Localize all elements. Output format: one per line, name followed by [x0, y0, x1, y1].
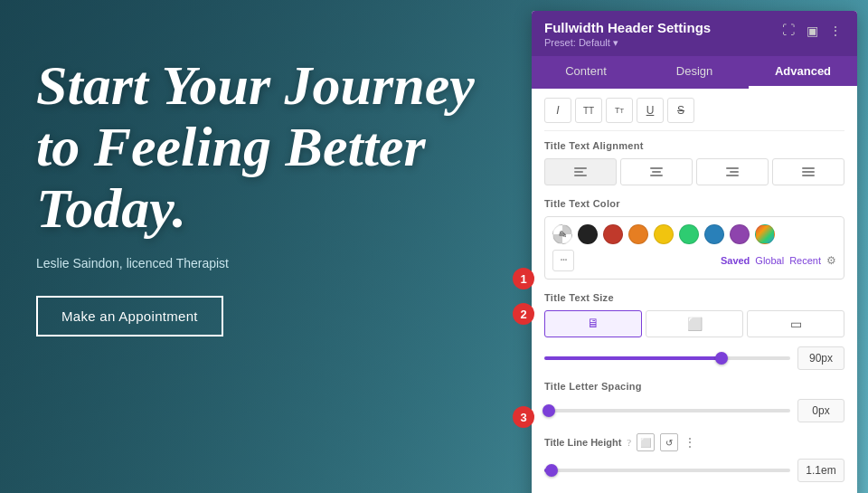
hero-subtitle: Leslie Saindon, licenced Therapist: [36, 256, 506, 270]
alignment-label: Title Text Alignment: [544, 140, 844, 151]
panel-tabs: Content Design Advanced: [532, 56, 857, 89]
mobile-icon: ▭: [790, 317, 802, 332]
strikethrough-icon[interactable]: S: [667, 98, 694, 123]
help-icon[interactable]: ?: [627, 437, 631, 448]
smallcaps-icon[interactable]: TT: [606, 98, 633, 123]
color-swatch-green[interactable]: [679, 224, 699, 244]
badge-1: 1: [513, 268, 534, 289]
color-swatches-row: ✎: [552, 224, 836, 244]
format-row: I TT TT U S: [544, 98, 844, 131]
badge-3: 3: [513, 406, 534, 428]
align-center-btn[interactable]: [620, 158, 693, 185]
line-height-more-icon[interactable]: ⋮: [684, 435, 696, 450]
global-tab[interactable]: Global: [755, 255, 784, 266]
color-label: Title Text Color: [544, 198, 844, 209]
settings-panel: Fullwidth Header Settings Preset: Defaul…: [532, 11, 857, 493]
line-height-device-icon[interactable]: ⬜: [637, 433, 655, 451]
letter-spacing-slider-row: 0px: [544, 399, 844, 422]
saved-tab[interactable]: Saved: [721, 255, 750, 266]
color-swatch-custom[interactable]: [755, 224, 775, 244]
minimize-icon[interactable]: ▣: [803, 22, 821, 40]
tab-design[interactable]: Design: [640, 56, 749, 89]
tab-advanced[interactable]: Advanced: [749, 56, 857, 89]
alignment-row: [544, 158, 844, 185]
line-height-label: Title Line Height: [544, 437, 621, 448]
more-icon[interactable]: ⋮: [826, 22, 844, 40]
badge-2: 2: [513, 303, 534, 325]
color-tabs-area: ··· Saved Global Recent ⚙: [552, 250, 836, 271]
uppercase-icon[interactable]: TT: [575, 98, 602, 123]
align-left-btn[interactable]: [544, 158, 617, 185]
panel-header-left: Fullwidth Header Settings Preset: Defaul…: [544, 20, 779, 49]
letter-spacing-label: Title Letter Spacing: [544, 381, 844, 392]
appointment-button[interactable]: Make an Appointment: [36, 296, 223, 337]
tablet-icon: ⬜: [687, 317, 703, 332]
device-row: 🖥 ⬜ ▭: [544, 310, 844, 337]
hero-section: Start Your Journey to Feeling Better Tod…: [36, 54, 506, 337]
color-swatch-purple[interactable]: [730, 224, 750, 244]
color-swatch-orange[interactable]: [628, 224, 648, 244]
panel-body: I TT TT U S Title Text Alignment: [532, 89, 857, 493]
tab-content[interactable]: Content: [532, 56, 640, 89]
color-settings-icon[interactable]: ⚙: [826, 254, 836, 268]
text-size-slider-row: 90px: [544, 346, 844, 370]
color-picker-box: ✎ ··· Saved Global Recent ⚙: [544, 216, 844, 280]
line-height-label-row: Title Line Height ? ⬜ ↺ ⋮: [544, 433, 844, 451]
eyedropper-swatch[interactable]: ✎: [552, 224, 572, 244]
device-desktop-btn[interactable]: 🖥: [544, 310, 642, 337]
color-swatch-red[interactable]: [603, 224, 623, 244]
line-height-slider[interactable]: [544, 469, 790, 472]
panel-header-icons: ⛶ ▣ ⋮: [779, 22, 844, 40]
color-swatch-black[interactable]: [578, 224, 598, 244]
italic-icon[interactable]: I: [544, 98, 571, 123]
expand-icon[interactable]: ⛶: [779, 22, 797, 40]
line-height-slider-row: 1.1em: [544, 459, 844, 482]
desktop-icon: 🖥: [587, 317, 599, 331]
panel-title: Fullwidth Header Settings: [544, 20, 779, 35]
align-justify-btn[interactable]: [772, 158, 844, 185]
letter-spacing-value[interactable]: 0px: [797, 399, 844, 422]
line-height-section: Title Line Height ? ⬜ ↺ ⋮ 1.1em: [544, 433, 844, 482]
text-size-section: Title Text Size 🖥 ⬜ ▭ 90px: [544, 292, 844, 370]
line-height-undo-icon[interactable]: ↺: [660, 433, 678, 451]
text-size-label: Title Text Size: [544, 292, 844, 303]
line-height-value[interactable]: 1.1em: [797, 459, 844, 482]
letter-spacing-slider[interactable]: [544, 409, 790, 412]
more-colors-btn[interactable]: ···: [552, 250, 574, 271]
color-picker-area: Title Text Color ✎ ··· Saved: [544, 198, 844, 280]
color-swatch-blue[interactable]: [704, 224, 724, 244]
device-mobile-btn[interactable]: ▭: [747, 310, 844, 337]
text-size-value[interactable]: 90px: [797, 346, 844, 370]
panel-header: Fullwidth Header Settings Preset: Defaul…: [532, 11, 857, 56]
text-size-slider[interactable]: [544, 356, 790, 360]
align-right-btn[interactable]: [696, 158, 769, 185]
device-tablet-btn[interactable]: ⬜: [646, 310, 743, 337]
color-swatch-yellow[interactable]: [654, 224, 674, 244]
hero-title: Start Your Journey to Feeling Better Tod…: [36, 54, 506, 240]
letter-spacing-section: Title Letter Spacing 0px: [544, 381, 844, 422]
panel-preset[interactable]: Preset: Default ▾: [544, 37, 779, 49]
underline-icon[interactable]: U: [637, 98, 664, 123]
recent-tab[interactable]: Recent: [789, 255, 821, 266]
